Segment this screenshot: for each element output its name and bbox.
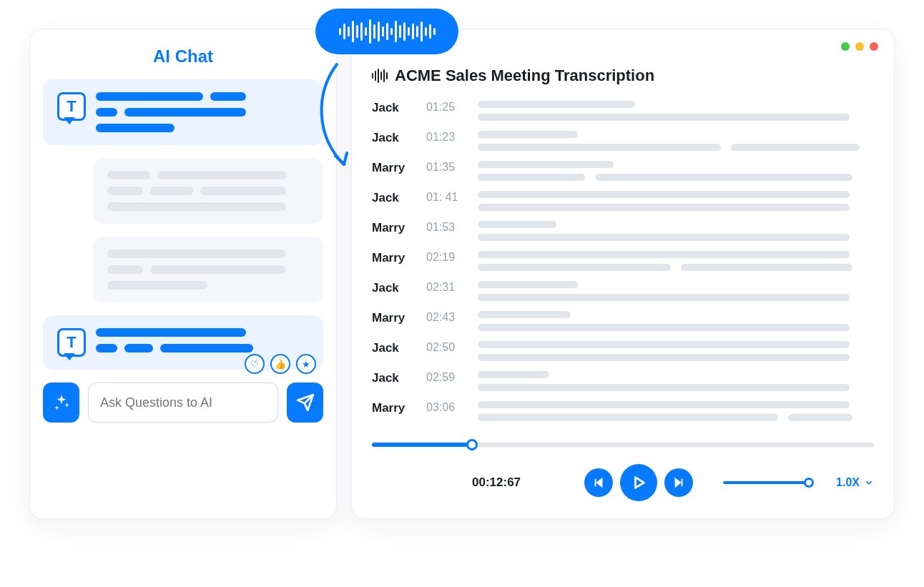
transcript-row[interactable]: Jack01: 41 bbox=[372, 191, 874, 211]
ai-avatar-icon: T bbox=[57, 92, 86, 121]
audio-player: 00:12:67 1.0X bbox=[372, 443, 874, 501]
speaker-name: Jack bbox=[372, 101, 412, 115]
transcript-text bbox=[478, 191, 874, 211]
transcript-row[interactable]: Marry01:35 bbox=[372, 161, 874, 181]
skip-back-button[interactable] bbox=[584, 468, 613, 497]
transcript-text bbox=[478, 401, 874, 421]
timestamp: 01:53 bbox=[426, 221, 463, 234]
speaker-name: Jack bbox=[372, 341, 412, 355]
playback-speed[interactable]: 1.0X bbox=[836, 476, 874, 489]
soundwave-pill bbox=[315, 9, 458, 54]
transcript-rows: Jack01:25Jack01:23Marry01:35Jack01: 41Ma… bbox=[372, 101, 874, 421]
transcript-text bbox=[478, 371, 874, 391]
transcript-row[interactable]: Marry03:06 bbox=[372, 401, 874, 421]
transcript-text bbox=[478, 281, 874, 301]
timestamp: 02:31 bbox=[426, 281, 463, 294]
window-controls bbox=[841, 42, 878, 51]
timestamp: 02:59 bbox=[426, 371, 463, 384]
ai-avatar-icon: T bbox=[57, 328, 86, 357]
heart-icon[interactable]: ♡ bbox=[245, 354, 265, 374]
chat-input[interactable] bbox=[88, 383, 278, 423]
transcript-row[interactable]: Jack02:59 bbox=[372, 371, 874, 391]
traffic-red[interactable] bbox=[870, 42, 878, 51]
timestamp: 01:25 bbox=[426, 101, 463, 114]
speaker-name: Marry bbox=[372, 251, 412, 265]
transcript-row[interactable]: Marry02:43 bbox=[372, 311, 874, 331]
play-button[interactable] bbox=[620, 464, 657, 501]
volume-slider[interactable] bbox=[723, 481, 809, 484]
transcript-text bbox=[478, 131, 874, 151]
speaker-name: Marry bbox=[372, 401, 412, 415]
send-button[interactable] bbox=[287, 383, 323, 423]
transcript-text bbox=[478, 221, 874, 241]
speed-label: 1.0X bbox=[836, 476, 860, 489]
speaker-name: Jack bbox=[372, 131, 412, 145]
transcription-panel: ACME Sales Meeting Transcription Jack01:… bbox=[351, 29, 895, 519]
transcript-row[interactable]: Marry02:19 bbox=[372, 251, 874, 271]
traffic-green[interactable] bbox=[841, 42, 850, 51]
user-message bbox=[93, 158, 323, 224]
speaker-name: Marry bbox=[372, 311, 412, 325]
elapsed-time: 00:12:67 bbox=[472, 475, 521, 490]
transcript-row[interactable]: Jack02:31 bbox=[372, 281, 874, 301]
speaker-name: Jack bbox=[372, 371, 412, 385]
timestamp: 01: 41 bbox=[426, 191, 463, 204]
transcript-text bbox=[478, 341, 874, 361]
transcript-row[interactable]: Jack01:23 bbox=[372, 131, 874, 151]
timestamp: 03:06 bbox=[426, 401, 463, 414]
transcript-row[interactable]: Jack02:50 bbox=[372, 341, 874, 361]
transcript-row[interactable]: Jack01:25 bbox=[372, 101, 874, 121]
transcription-title: ACME Sales Meeting Transcription bbox=[395, 66, 654, 85]
timestamp: 01:23 bbox=[426, 131, 463, 144]
transcript-row[interactable]: Marry01:53 bbox=[372, 221, 874, 241]
skip-forward-button[interactable] bbox=[664, 468, 693, 497]
chat-title: AI Chat bbox=[43, 46, 323, 66]
arrow-icon bbox=[308, 57, 365, 172]
transcript-text bbox=[478, 311, 874, 331]
timestamp: 02:43 bbox=[426, 311, 463, 324]
user-message bbox=[93, 237, 323, 302]
progress-fill bbox=[372, 443, 472, 447]
speaker-name: Marry bbox=[372, 161, 412, 175]
ai-sparkle-button[interactable] bbox=[43, 383, 79, 423]
traffic-yellow[interactable] bbox=[855, 42, 864, 51]
chevron-down-icon bbox=[864, 478, 874, 488]
timestamp: 02:19 bbox=[426, 251, 463, 264]
thumbs-up-icon[interactable]: 👍 bbox=[270, 354, 290, 374]
speaker-name: Jack bbox=[372, 281, 412, 295]
star-icon[interactable]: ★ bbox=[296, 354, 316, 374]
transcript-text bbox=[478, 161, 874, 181]
waveform-icon bbox=[372, 69, 388, 83]
speaker-name: Marry bbox=[372, 221, 412, 235]
ai-message: T bbox=[43, 79, 323, 145]
progress-bar[interactable] bbox=[372, 443, 874, 447]
speaker-name: Jack bbox=[372, 191, 412, 205]
transcript-text bbox=[478, 101, 874, 121]
timestamp: 02:50 bbox=[426, 341, 463, 354]
timestamp: 01:35 bbox=[426, 161, 463, 174]
ai-message: T ♡ 👍 ★ bbox=[43, 315, 323, 370]
transcript-text bbox=[478, 251, 874, 271]
progress-knob[interactable] bbox=[466, 439, 478, 450]
ai-chat-panel: AI Chat T T bbox=[29, 29, 337, 519]
